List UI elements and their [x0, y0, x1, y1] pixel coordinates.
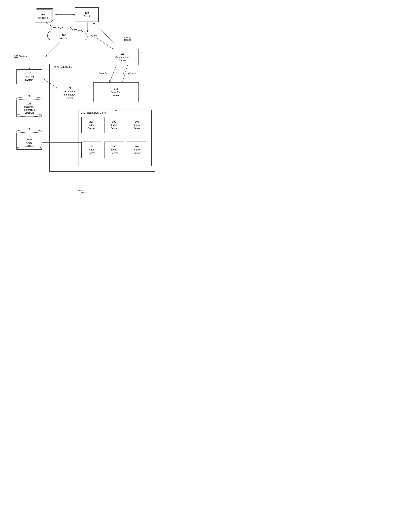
- search-results-inner-label: Search Results: [122, 72, 136, 74]
- query-label: Query: [91, 34, 97, 36]
- svg-text:Internet: Internet: [60, 37, 68, 40]
- ui-server-node: 130 User Interface Server: [106, 49, 139, 65]
- client-node: 170 Client: [75, 7, 99, 22]
- index-server-2: 200 Index Server: [104, 117, 124, 133]
- system-label: 100 System: [14, 55, 27, 58]
- websites-node: 190 Websites: [35, 7, 55, 22]
- doc-info-db-node: 155 Document Information Database: [17, 97, 42, 117]
- internet-node: 180 Internet: [46, 26, 93, 44]
- index-server-6: 200 Index Server: [127, 141, 147, 158]
- cluster-label: 160 Index Server Cluster: [81, 111, 107, 114]
- svg-text:180: 180: [62, 34, 66, 37]
- index-server-1: 200 Index Server: [81, 117, 101, 133]
- figure-caption: FIG. 1: [4, 190, 161, 194]
- search-system-label: 120 Search System: [52, 66, 73, 69]
- svg-line-4: [93, 23, 121, 49]
- index-shard-files-node: 115 Index Shard Files: [17, 130, 42, 150]
- diagram: 190 Websites 170 Client 180 Internet Que…: [4, 4, 161, 186]
- front-end-server-node: 140 Front End Server: [93, 82, 139, 102]
- doc-info-server-node: 150 Document Information Server: [57, 84, 82, 102]
- query-tree-label: Query Tree: [99, 72, 109, 74]
- index-server-4: 200 Index Server: [81, 141, 101, 158]
- svg-line-3: [93, 36, 113, 49]
- index-server-3: 200 Index Server: [127, 117, 147, 133]
- search-results-outer-label: SearchResults: [124, 36, 131, 41]
- index-server-5: 200 Index Server: [104, 141, 124, 158]
- indexing-system-node: 110 Indexing System: [17, 70, 42, 84]
